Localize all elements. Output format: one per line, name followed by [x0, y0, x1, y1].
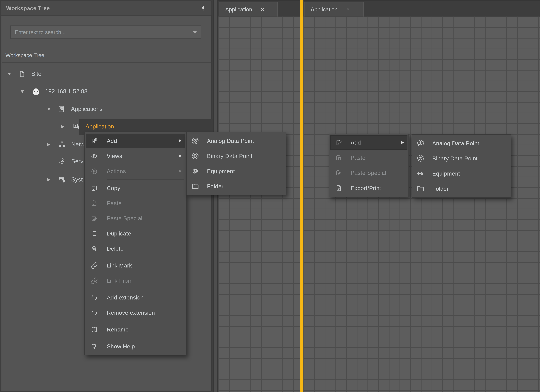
menu-item-label: Add [107, 138, 117, 144]
copy-icon [90, 184, 98, 192]
menu-item-add-extension[interactable]: Add extension [85, 290, 186, 305]
search-input[interactable] [10, 25, 201, 39]
tree-item-site[interactable]: Site [3, 66, 216, 82]
separator [2, 62, 211, 63]
add-icon [90, 137, 98, 144]
tree-item-label: 192.168.1.52:88 [45, 88, 87, 95]
paste-icon [335, 154, 342, 161]
submenu-item-binary-data-point[interactable]: B Binary Data Point [412, 151, 511, 166]
menu-item-link-from: Link From [85, 273, 186, 288]
tree-item-label: Applications [71, 106, 103, 113]
add-icon [335, 139, 342, 146]
chevron-down-icon[interactable] [193, 31, 197, 34]
menu-item-label: Link Mark [107, 262, 132, 269]
submenu-item-label: Folder [432, 185, 449, 192]
menu-item-rename[interactable]: Rename [85, 322, 186, 337]
tab-application-right[interactable]: Application [305, 2, 364, 16]
menu-item-label: Export/Print [351, 185, 381, 191]
submenu-item-label: Equipment [432, 170, 460, 177]
canvas-grid-right[interactable] [303, 17, 540, 392]
site-document-icon [18, 70, 26, 78]
menu-item-remove-extension[interactable]: Remove extension [85, 305, 186, 320]
menu-separator [107, 179, 184, 180]
menu-item-duplicate[interactable]: Duplicate [85, 226, 186, 241]
tree-item-label: Serv [71, 158, 83, 165]
menu-item-add[interactable]: Add [329, 135, 409, 150]
services-icon [58, 158, 66, 165]
menu-item-add[interactable]: Add [85, 133, 186, 148]
menu-item-show-help[interactable]: Show Help [85, 339, 186, 354]
context-menu: Add Views Actions Copy Paste Paste Speci… [84, 132, 186, 355]
add-submenu: A Analog Data Point B Binary Data Point … [186, 132, 286, 195]
menu-item-link-mark[interactable]: Link Mark [85, 258, 186, 273]
tree-item-device[interactable]: 192.168.1.52:88 [3, 84, 230, 99]
submenu-item-analog-data-point[interactable]: A Analog Data Point [412, 136, 511, 151]
caret-right-icon[interactable] [61, 125, 64, 129]
application-icon [72, 123, 80, 131]
menu-item-copy[interactable]: Copy [85, 180, 186, 196]
submenu-arrow-icon [179, 169, 181, 173]
menu-item-label: Paste [351, 154, 365, 161]
caret-down-icon[interactable] [8, 73, 11, 75]
close-icon[interactable] [260, 7, 265, 12]
menu-item-label: Delete [107, 245, 124, 252]
submenu-item-folder[interactable]: Folder [187, 179, 286, 194]
canvas-grid-left[interactable] [218, 17, 300, 392]
submenu-item-folder[interactable]: Folder [412, 181, 511, 196]
folder-icon [416, 184, 425, 193]
menu-item-label: Show Help [107, 343, 135, 350]
system-icon [58, 176, 66, 184]
submenu-item-label: Binary Data Point [207, 153, 252, 159]
svg-text:B: B [194, 154, 196, 158]
menu-item-delete[interactable]: Delete [85, 241, 186, 256]
split-divider[interactable] [300, 0, 303, 392]
app-window: Workspace Tree Workspace Tree Site 192.1… [0, 0, 540, 392]
svg-text:A: A [194, 139, 196, 142]
submenu-item-analog-data-point[interactable]: A Analog Data Point [187, 133, 286, 148]
tree-item-label: Site [31, 71, 41, 78]
menu-item-paste: Paste [329, 150, 409, 165]
equipment-gear-icon [416, 169, 425, 178]
menu-item-label: Paste Special [107, 215, 142, 222]
paste-icon [90, 199, 98, 207]
panel-splitter[interactable] [213, 0, 218, 392]
link-from-icon [90, 277, 98, 284]
close-icon[interactable] [346, 7, 350, 12]
trash-icon [90, 245, 98, 252]
refresh-icon [90, 294, 98, 301]
analog-data-point-icon: A [191, 137, 200, 145]
link-icon [90, 262, 98, 269]
folder-icon [191, 182, 200, 190]
tree-section-title: Workspace Tree [5, 52, 44, 59]
submenu-item-label: Analog Data Point [207, 138, 254, 144]
applications-icon [58, 105, 65, 113]
caret-right-icon[interactable] [47, 143, 50, 146]
refresh-icon [90, 309, 98, 316]
menu-item-views[interactable]: Views [85, 148, 186, 164]
svg-text:B: B [420, 157, 421, 160]
caret-right-icon[interactable] [47, 178, 50, 181]
submenu-item-equipment[interactable]: Equipment [187, 164, 286, 179]
menu-separator [107, 338, 184, 338]
submenu-item-label: Equipment [207, 168, 235, 174]
submenu-arrow-icon [401, 141, 404, 144]
submenu-item-binary-data-point[interactable]: B Binary Data Point [187, 148, 286, 164]
tab-application-left[interactable]: Application [219, 2, 278, 16]
network-icon [58, 141, 66, 149]
paste-special-icon [335, 169, 342, 176]
panel-title: Workspace Tree [6, 5, 50, 11]
paste-special-icon [90, 215, 98, 222]
search-box [10, 25, 201, 39]
menu-separator [107, 289, 184, 289]
caret-down-icon[interactable] [21, 90, 24, 93]
menu-item-export-print[interactable]: Export/Print [329, 180, 409, 196]
panel-header: Workspace Tree [1, 1, 211, 16]
caret-down-icon[interactable] [47, 108, 51, 110]
submenu-item-equipment[interactable]: Equipment [412, 166, 511, 181]
pin-icon[interactable] [200, 5, 207, 12]
device-cube-icon [31, 87, 41, 96]
menu-item-label: Copy [107, 185, 120, 191]
play-icon [90, 168, 98, 175]
rename-icon [90, 326, 98, 333]
duplicate-icon [90, 230, 98, 237]
